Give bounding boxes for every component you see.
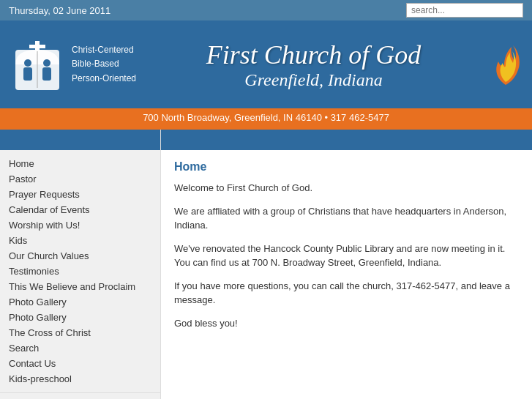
- sidebar-nav: HomePastorPrayer RequestsCalendar of Eve…: [0, 150, 160, 392]
- date-display: Thursday, 02 June 2011: [9, 5, 110, 16]
- sidebar-item-14[interactable]: Kids-preschool: [9, 371, 160, 387]
- content-body: Home Welcome to First Church of God.We a…: [161, 150, 532, 349]
- sidebar-item-5[interactable]: Kids: [9, 233, 160, 248]
- svg-point-3: [24, 59, 31, 67]
- sidebar-item-8[interactable]: This We Believe and Proclaim: [9, 279, 160, 294]
- content-header: [161, 130, 532, 150]
- sidebar: HomePastorPrayer RequestsCalendar of Eve…: [0, 130, 161, 399]
- content-paragraphs: Welcome to First Church of God.We are af…: [174, 181, 519, 330]
- top-bar: Thursday, 02 June 2011: [0, 0, 532, 20]
- sidebar-item-4[interactable]: Worship with Us!: [9, 217, 160, 233]
- sidebar-item-9[interactable]: Photo Gallery: [9, 294, 160, 310]
- svg-rect-4: [23, 67, 32, 81]
- church-logo-icon: [12, 35, 63, 94]
- main-layout: HomePastorPrayer RequestsCalendar of Eve…: [0, 130, 532, 399]
- address-bar: 700 North Broadway, Greenfield, IN 46140…: [0, 108, 532, 127]
- sidebar-item-12[interactable]: Search: [9, 340, 160, 356]
- tagline-line1: Christ-Centered: [72, 43, 136, 57]
- sidebar-item-1[interactable]: Pastor: [9, 171, 160, 187]
- site-header: Christ-Centered Bible-Based Person-Orien…: [0, 20, 532, 108]
- tagline-line2: Bible-Based: [72, 57, 136, 71]
- sidebar-item-2[interactable]: Prayer Requests: [9, 187, 160, 202]
- svg-rect-2: [29, 45, 45, 48]
- flame-icon: [491, 42, 520, 86]
- content-para-0: Welcome to First Church of God.: [174, 181, 519, 195]
- content-para-4: God bless you!: [174, 316, 519, 331]
- sidebar-item-10[interactable]: Photo Gallery: [9, 310, 160, 325]
- svg-rect-6: [42, 67, 51, 81]
- search-input[interactable]: [406, 3, 523, 18]
- sidebar-item-7[interactable]: Testimonies: [9, 264, 160, 279]
- sidebar-header: [0, 130, 160, 150]
- svg-point-5: [43, 59, 50, 67]
- site-title-area: First Church of God Greenfield, Indiana: [148, 40, 479, 90]
- sidebar-item-11[interactable]: The Cross of Christ: [9, 325, 160, 340]
- sidebar-item-6[interactable]: Our Church Values: [9, 248, 160, 264]
- content-area: Home Welcome to First Church of God.We a…: [161, 130, 532, 399]
- sidebar-username-area: Username: [0, 392, 160, 399]
- sidebar-item-13[interactable]: Contact Us: [9, 356, 160, 371]
- address-text: 700 North Broadway, Greenfield, IN 46140…: [143, 112, 389, 123]
- content-title: Home: [174, 160, 519, 174]
- site-subtitle: Greenfield, Indiana: [148, 70, 479, 90]
- logo-area: Christ-Centered Bible-Based Person-Orien…: [12, 35, 136, 94]
- content-para-3: If you have more questions, you can call…: [174, 279, 519, 307]
- content-para-2: We've renovated the Hancock County Publi…: [174, 242, 519, 270]
- tagline-line3: Person-Oriented: [72, 72, 136, 86]
- sidebar-item-0[interactable]: Home: [9, 156, 160, 171]
- tagline: Christ-Centered Bible-Based Person-Orien…: [72, 43, 136, 86]
- site-title: First Church of God: [148, 40, 479, 70]
- content-para-1: We are affliated with a group of Christi…: [174, 204, 519, 233]
- sidebar-item-3[interactable]: Calendar of Events: [9, 202, 160, 217]
